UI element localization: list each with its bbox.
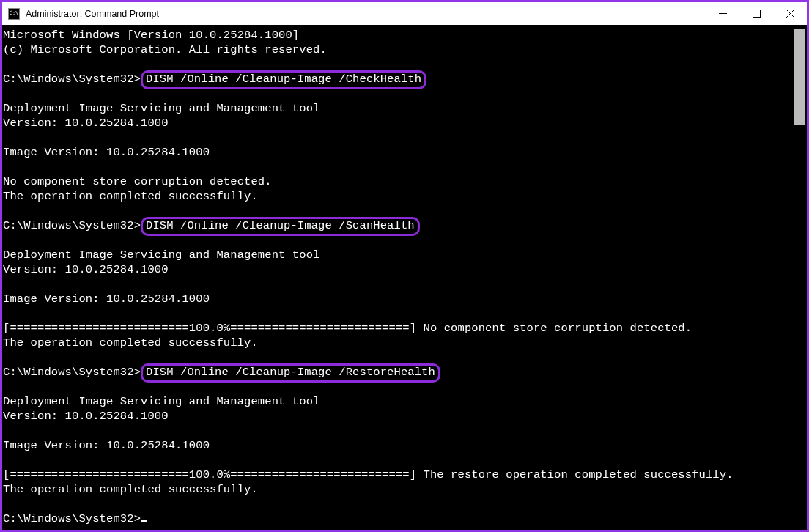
maximize-button[interactable] [739, 2, 773, 25]
window-title: Administrator: Command Prompt [26, 9, 159, 19]
prompt-path: C:\Windows\System32> [3, 219, 141, 232]
terminal-line: Deployment Image Servicing and Managemen… [3, 248, 807, 262]
terminal-line: Version: 10.0.25284.1000 [3, 262, 807, 277]
minimize-button[interactable] [706, 2, 739, 25]
terminal-line: (c) Microsoft Corporation. All rights re… [3, 43, 807, 57]
terminal-line: Version: 10.0.25284.1000 [3, 116, 807, 130]
terminal-line: Deployment Image Servicing and Managemen… [3, 101, 807, 116]
highlighted-command: DISM /Online /Cleanup-Image /CheckHealth [141, 70, 426, 89]
highlighted-command: DISM /Online /Cleanup-Image /RestoreHeal… [141, 363, 440, 383]
terminal-line: Deployment Image Servicing and Managemen… [3, 394, 807, 409]
terminal-line: [==========================100.0%=======… [3, 468, 807, 482]
terminal-output[interactable]: Microsoft Windows [Version 10.0.25284.10… [2, 25, 807, 530]
cmd-icon-label: C:\ [10, 11, 19, 16]
terminal-line: Image Version: 10.0.25284.1000 [3, 292, 807, 306]
terminal-line [3, 57, 807, 72]
terminal-line: Image Version: 10.0.25284.1000 [3, 438, 807, 453]
terminal-line: Version: 10.0.25284.1000 [3, 409, 807, 424]
terminal-line: The operation completed successfully. [3, 189, 807, 204]
result-text: No component store corruption detected. [416, 322, 692, 335]
prompt-path: C:\Windows\System32> [3, 366, 141, 379]
terminal-line: C:\Windows\System32>DISM /Online /Cleanu… [3, 218, 807, 233]
result-text: The restore operation completed successf… [416, 468, 733, 481]
terminal-line: The operation completed successfully. [3, 482, 807, 497]
terminal-line [3, 453, 807, 468]
svg-rect-1 [753, 10, 760, 18]
terminal-line: C:\Windows\System32>DISM /Online /Cleanu… [3, 72, 807, 86]
terminal-line [3, 130, 807, 145]
terminal-line: Image Version: 10.0.25284.1000 [3, 145, 807, 160]
cursor-icon [141, 520, 147, 522]
terminal-line: The operation completed successfully. [3, 336, 807, 350]
terminal-line: C:\Windows\System32> [3, 511, 807, 526]
terminal-line [3, 204, 807, 218]
terminal-line: [==========================100.0%=======… [3, 321, 807, 336]
terminal-line [3, 497, 807, 511]
terminal-line [3, 160, 807, 174]
cmd-window: C:\ Administrator: Command Prompt Micros… [2, 2, 807, 530]
terminal-line [3, 424, 807, 438]
progress-bar: [==========================100.0%=======… [3, 468, 416, 481]
progress-bar: [==========================100.0%=======… [3, 322, 416, 335]
terminal-line: No component store corruption detected. [3, 174, 807, 189]
window-controls [706, 2, 807, 25]
highlighted-command: DISM /Online /Cleanup-Image /ScanHealth [141, 217, 420, 236]
terminal-line: Microsoft Windows [Version 10.0.25284.10… [3, 28, 807, 43]
close-button[interactable] [773, 2, 807, 25]
terminal-line [3, 350, 807, 365]
prompt-path: C:\Windows\System32> [3, 73, 141, 86]
terminal-line [3, 306, 807, 321]
scrollbar-thumb[interactable] [794, 29, 805, 125]
cmd-icon: C:\ [8, 8, 20, 20]
terminal-line [3, 277, 807, 292]
titlebar[interactable]: C:\ Administrator: Command Prompt [2, 2, 807, 25]
prompt-path: C:\Windows\System32> [3, 512, 141, 525]
terminal-line: C:\Windows\System32>DISM /Online /Cleanu… [3, 365, 807, 380]
